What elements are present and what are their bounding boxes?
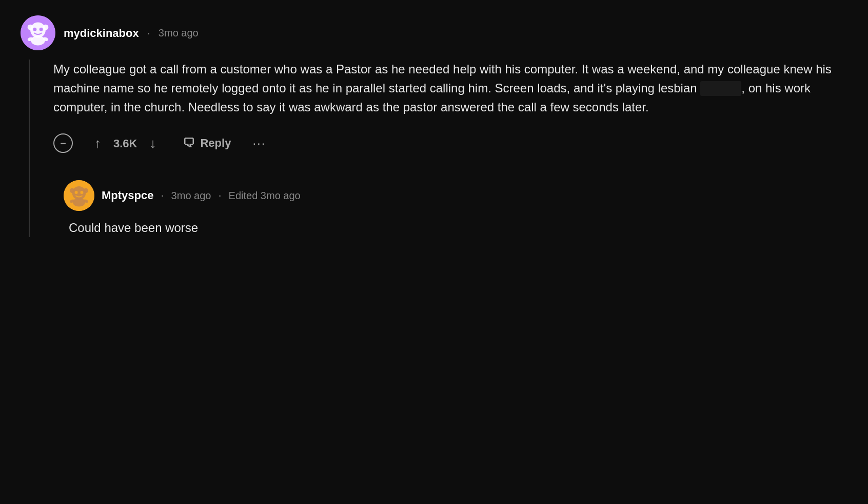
svg-point-4 [33, 28, 36, 31]
comment-content: My colleague got a call from a customer … [38, 60, 847, 237]
more-options-button[interactable]: ··· [252, 136, 266, 150]
username[interactable]: mydickinabox [64, 25, 139, 42]
comment-header: mydickinabox · 3mo ago [21, 15, 847, 50]
comment-thread: mydickinabox · 3mo ago My colleague got … [0, 0, 868, 253]
upvote-button[interactable]: ↑ [89, 132, 106, 154]
dot-separator: · [147, 25, 150, 42]
reply-dot-2: · [218, 187, 221, 204]
comment-body-wrapper: My colleague got a call from a customer … [21, 60, 847, 237]
vote-group: ↑ 3.6K ↓ [89, 132, 161, 154]
svg-point-11 [70, 188, 75, 193]
edited-label: Edited 3mo ago [229, 188, 301, 203]
reply-comment: Mptyspce · 3mo ago · Edited 3mo ago Coul… [53, 175, 847, 237]
svg-point-3 [43, 25, 49, 30]
svg-point-2 [28, 25, 33, 30]
svg-point-10 [72, 186, 86, 200]
reply-button[interactable]: 🗨 Reply [177, 133, 236, 153]
comment-text: My colleague got a call from a customer … [53, 60, 847, 117]
vote-count: 3.6K [113, 135, 137, 152]
timestamp: 3mo ago [159, 25, 199, 41]
censored-word [700, 81, 741, 96]
reply-chat-icon: 🗨 [183, 136, 195, 150]
downvote-icon: ↓ [149, 135, 156, 151]
svg-point-5 [40, 28, 43, 31]
svg-point-14 [80, 191, 83, 194]
more-icon: ··· [252, 136, 266, 150]
reply-timestamp: 3mo ago [171, 188, 211, 203]
avatar [21, 15, 55, 50]
svg-point-1 [30, 23, 46, 38]
svg-point-12 [83, 188, 88, 193]
collapse-icon: − [60, 138, 66, 149]
svg-point-13 [75, 191, 78, 194]
reply-dot-1: · [161, 187, 164, 204]
svg-point-6 [31, 35, 45, 45]
thread-line-container [21, 60, 38, 237]
thread-line [29, 60, 30, 237]
reply-content: Could have been worse [64, 218, 847, 237]
svg-point-15 [73, 198, 85, 206]
reply-label: Reply [200, 137, 231, 150]
upvote-icon: ↑ [94, 135, 101, 151]
reply-avatar [64, 180, 94, 211]
main-comment: mydickinabox · 3mo ago My colleague got … [21, 15, 847, 237]
action-bar: − ↑ 3.6K ↓ 🗨 Reply [53, 132, 847, 154]
reply-text: Could have been worse [69, 218, 847, 237]
reply-header: Mptyspce · 3mo ago · Edited 3mo ago [64, 180, 847, 211]
reply-username[interactable]: Mptyspce [102, 187, 153, 204]
downvote-button[interactable]: ↓ [144, 132, 161, 154]
collapse-button[interactable]: − [53, 133, 73, 153]
